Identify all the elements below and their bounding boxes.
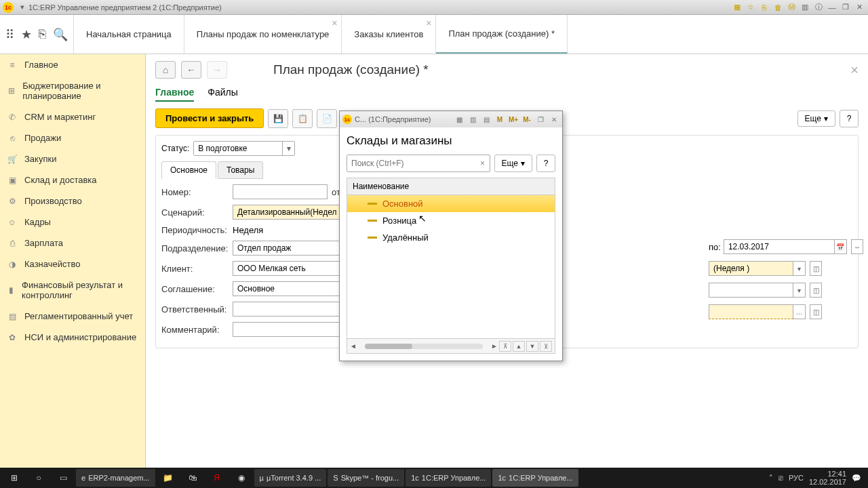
search-input[interactable] [347, 155, 476, 171]
tab-sales-plan-create[interactable]: План продаж (создание) * [436, 15, 568, 54]
star-icon[interactable]: ★ [21, 27, 32, 42]
tray-up-icon[interactable]: ˄ [769, 474, 773, 483]
m-plus-button[interactable]: M+ [508, 114, 519, 125]
taskbar-chrome[interactable]: ◉ [230, 469, 253, 487]
tab-goods[interactable]: Товары [218, 161, 263, 179]
down-button[interactable]: ▼ [526, 341, 538, 352]
refresh-button[interactable]: ↔ [851, 239, 863, 254]
responsible-input[interactable] [233, 302, 344, 317]
sidebar-item-hr[interactable]: ☺Кадры [0, 211, 145, 232]
m-button[interactable]: M [494, 114, 505, 125]
sidebar-item-production[interactable]: ⚙Производство [0, 190, 145, 211]
toolbar-icon[interactable]: ☆ [745, 2, 757, 13]
clipboard-icon[interactable]: ⎘ [39, 27, 46, 41]
toolbar-icon[interactable]: ⎘ [758, 2, 770, 13]
taskbar-store[interactable]: 🛍 [181, 469, 204, 487]
subtab-files[interactable]: Файлы [208, 84, 237, 102]
popup-help-button[interactable]: ? [536, 155, 555, 172]
tab-home[interactable]: Начальная страница [74, 15, 184, 54]
calendar-icon[interactable]: 📅 [835, 239, 847, 254]
toolbar-icon[interactable]: Ⓜ [785, 2, 797, 13]
close-icon[interactable]: × [426, 18, 431, 28]
up-button[interactable]: ▲ [513, 341, 525, 352]
status-select[interactable]: ▾ [193, 141, 295, 156]
taskbar-item-skype[interactable]: S Skype™ - frogu... [328, 469, 404, 487]
sidebar-item-crm[interactable]: ✆CRM и маркетинг [0, 106, 145, 127]
chevron-down-icon[interactable]: ▾ [793, 283, 806, 298]
search-field[interactable]: × [347, 155, 490, 172]
popup-titlebar[interactable]: 1c С... (1С:Предприятие) ▦ ▥ ▤ M M+ M- ❐… [340, 111, 562, 127]
sidebar-item-budgeting[interactable]: ⊞Бюджетирование и планирование [0, 75, 145, 106]
close-icon[interactable]: ✕ [853, 2, 865, 13]
forward-button[interactable]: → [207, 61, 227, 79]
apps-icon[interactable]: ⠿ [5, 27, 14, 42]
clock[interactable]: 12:41 12.02.2017 [809, 470, 846, 486]
sidebar-item-finance[interactable]: ▮Финансовый результат и контроллинг [0, 274, 145, 306]
field-input[interactable] [709, 283, 793, 298]
taskbar-explorer[interactable]: 📁 [157, 469, 180, 487]
tool-icon[interactable]: ▦ [454, 114, 465, 125]
scroll-right-icon[interactable]: ► [491, 342, 498, 350]
scroll-left-icon[interactable]: ◄ [350, 342, 357, 350]
sidebar-item-main[interactable]: ≡Главное [0, 54, 145, 75]
scenario-input[interactable] [233, 205, 344, 220]
to-date-input[interactable] [724, 239, 835, 254]
number-input[interactable] [233, 184, 328, 199]
warehouse-input[interactable] [709, 304, 793, 319]
sidebar-item-accounting[interactable]: ▤Регламентированный учет [0, 306, 145, 327]
home-button[interactable]: ⌂ [155, 61, 176, 79]
search-button[interactable]: ○ [27, 469, 50, 487]
tray-icon[interactable]: ⎚ [778, 474, 783, 482]
back-button[interactable]: ← [181, 61, 201, 79]
status-input[interactable] [194, 142, 282, 155]
close-icon[interactable]: × [332, 18, 337, 28]
restore-icon[interactable]: ❐ [535, 114, 546, 125]
sidebar-item-treasury[interactable]: ◑Казначейство [0, 253, 145, 274]
minimize-icon[interactable]: — [826, 2, 838, 13]
open-button[interactable]: ◫ [810, 283, 822, 298]
column-header[interactable]: Наименование [347, 178, 555, 195]
toolbar-icon[interactable]: ▥ [799, 2, 811, 13]
subtab-main[interactable]: Главное [155, 84, 194, 102]
action-button[interactable]: 📄 [317, 109, 337, 128]
tool-icon[interactable]: ▤ [481, 114, 492, 125]
tab-sales-plans[interactable]: Планы продаж по номенклатуре× [184, 15, 342, 54]
sidebar-item-purchases[interactable]: 🛒Закупки [0, 148, 145, 169]
sidebar-item-warehouse[interactable]: ▣Склад и доставка [0, 169, 145, 190]
taskbar-item-1c-active[interactable]: 1c 1C:ERP Управле... [492, 469, 578, 487]
client-input[interactable] [233, 261, 344, 276]
comment-input[interactable] [233, 322, 344, 337]
ellipsis-button[interactable]: … [793, 304, 806, 319]
agreement-input[interactable] [233, 281, 344, 296]
tool-icon[interactable]: ▥ [467, 114, 478, 125]
close-page-button[interactable]: × [850, 62, 859, 78]
taskbar-item-utorrent[interactable]: µ µTorrent 3.4.9 ... [254, 469, 327, 487]
dept-input[interactable] [233, 241, 344, 256]
taskbar-yandex[interactable]: Я [205, 469, 229, 487]
dropdown-icon[interactable]: ▾ [16, 2, 28, 13]
chevron-down-icon[interactable]: ▾ [282, 142, 294, 155]
post-and-close-button[interactable]: Провести и закрыть [155, 108, 264, 128]
toolbar-icon[interactable]: ▦ [731, 2, 743, 13]
scenario-right-input[interactable] [709, 261, 793, 276]
restore-icon[interactable]: ❐ [840, 2, 852, 13]
language-indicator[interactable]: РУС [789, 474, 804, 482]
tab-basic[interactable]: Основное [161, 161, 216, 179]
tab-orders[interactable]: Заказы клиентов× [342, 15, 436, 54]
sidebar-item-sales[interactable]: ⎋Продажи [0, 127, 145, 148]
taskview-button[interactable]: ▭ [52, 469, 75, 487]
close-icon[interactable]: ✕ [549, 114, 559, 125]
help-icon[interactable]: ⓘ [812, 2, 825, 13]
post-button[interactable]: 📋 [292, 109, 313, 128]
chevron-down-icon[interactable]: ▾ [793, 261, 806, 276]
help-button[interactable]: ? [840, 110, 859, 127]
sidebar-item-salary[interactable]: ⎙Зарплата [0, 232, 145, 253]
start-button[interactable]: ⊞ [3, 469, 26, 487]
search-icon[interactable]: 🔍 [53, 27, 68, 42]
popup-more-button[interactable]: Еще▾ [494, 155, 532, 172]
open-button[interactable]: ◫ [810, 261, 822, 276]
first-button[interactable]: ⊼ [499, 341, 511, 352]
scrollbar[interactable] [365, 344, 483, 349]
m-minus-button[interactable]: M- [521, 114, 532, 125]
list-item[interactable]: Розница [347, 212, 555, 229]
